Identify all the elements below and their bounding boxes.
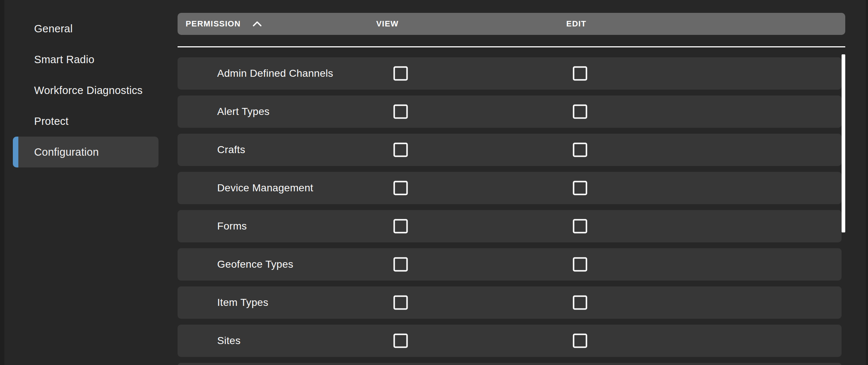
table-row: Item Types xyxy=(178,286,842,319)
sidebar-item-label: Configuration xyxy=(34,146,99,158)
column-header-view[interactable]: VIEW xyxy=(376,19,398,29)
view-checkbox[interactable] xyxy=(394,296,408,310)
view-checkbox[interactable] xyxy=(394,219,408,234)
view-checkbox[interactable] xyxy=(394,66,408,81)
column-header-edit[interactable]: EDIT xyxy=(566,19,587,29)
permissions-table-body: Admin Defined Channels Alert Types Craft… xyxy=(178,57,842,365)
permission-name: Forms xyxy=(217,220,247,232)
selected-accent-bar xyxy=(13,137,18,167)
permissions-table-header: PERMISSION VIEW EDIT xyxy=(178,13,845,35)
view-checkbox[interactable] xyxy=(394,257,408,272)
window-right-edge xyxy=(866,0,868,365)
edit-checkbox[interactable] xyxy=(573,105,587,119)
sidebar-item-label: Workforce Diagnostics xyxy=(34,84,143,97)
sidebar-item-label: Smart Radio xyxy=(34,54,94,66)
table-row: Alert Types xyxy=(178,95,842,128)
vertical-scrollbar-thumb[interactable] xyxy=(842,54,845,232)
permission-name: Geofence Types xyxy=(217,259,293,270)
edit-checkbox[interactable] xyxy=(573,181,587,195)
permission-name: Item Types xyxy=(217,297,268,308)
view-checkbox[interactable] xyxy=(394,334,408,348)
table-row: Crafts xyxy=(178,134,842,166)
edit-checkbox[interactable] xyxy=(573,66,587,81)
sidebar-item-protect[interactable]: Protect xyxy=(13,106,158,137)
edit-checkbox[interactable] xyxy=(573,143,587,157)
table-row: Forms xyxy=(178,210,842,242)
window-left-edge xyxy=(0,0,4,365)
view-checkbox[interactable] xyxy=(394,143,408,157)
table-row: Geofence Types xyxy=(178,248,842,281)
permission-name: Device Management xyxy=(217,182,313,194)
sidebar-item-workforce-diagnostics[interactable]: Workforce Diagnostics xyxy=(13,75,158,106)
table-row: Admin Defined Channels xyxy=(178,57,842,90)
column-header-permission[interactable]: PERMISSION xyxy=(186,19,241,29)
edit-checkbox[interactable] xyxy=(573,334,587,348)
sidebar-item-general[interactable]: General xyxy=(13,13,158,44)
table-row: Device Management xyxy=(178,172,842,204)
header-divider xyxy=(178,46,845,47)
sidebar-item-configuration[interactable]: Configuration xyxy=(13,137,158,167)
sidebar-item-label: General xyxy=(34,23,73,35)
sidebar-item-label: Protect xyxy=(34,115,69,127)
settings-sidebar: General Smart Radio Workforce Diagnostic… xyxy=(13,13,158,167)
view-checkbox[interactable] xyxy=(394,181,408,195)
edit-checkbox[interactable] xyxy=(573,219,587,234)
permission-name: Sites xyxy=(217,335,241,347)
permission-name: Admin Defined Channels xyxy=(217,68,333,79)
sidebar-item-smart-radio[interactable]: Smart Radio xyxy=(13,44,158,75)
permission-name: Alert Types xyxy=(217,106,270,118)
table-row-partial xyxy=(178,363,842,365)
view-checkbox[interactable] xyxy=(394,105,408,119)
edit-checkbox[interactable] xyxy=(573,257,587,272)
permission-name: Crafts xyxy=(217,144,245,156)
chevron-up-icon[interactable] xyxy=(252,21,262,27)
table-row: Sites xyxy=(178,325,842,357)
edit-checkbox[interactable] xyxy=(573,296,587,310)
